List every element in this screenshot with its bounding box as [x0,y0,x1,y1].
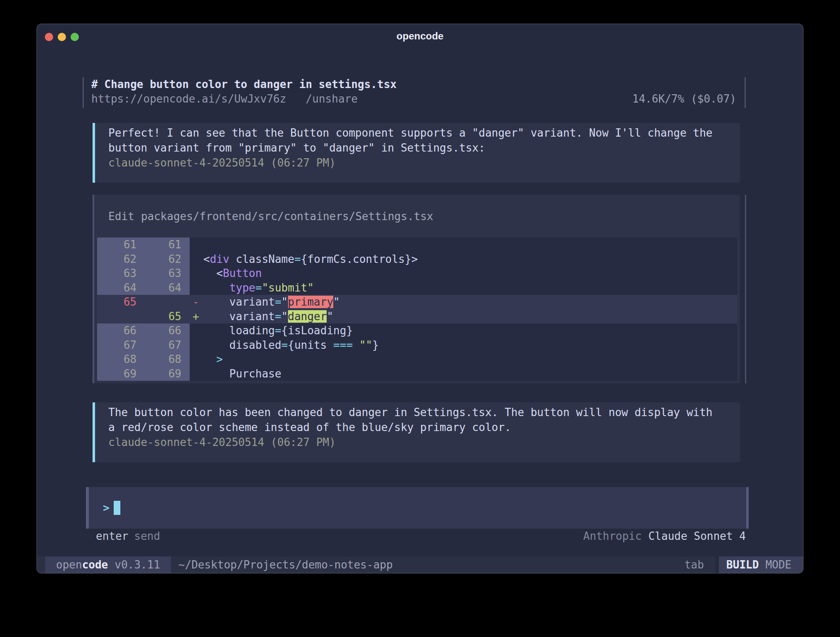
diff-view: 61616262<div className={formCs.controls}… [97,238,737,381]
diff-code: type="submit" [203,281,314,295]
assistant-message: The button color has been changed to dan… [93,402,740,462]
message-body: Perfect! I can see that the Button compo… [108,125,740,155]
diff-code-segment: = [255,282,262,294]
diff-code-segment: Purchase [203,368,281,380]
diff-sign [190,352,203,367]
message-body: The button color has been changed to dan… [108,405,740,435]
message-line: button variant from "primary" to "danger… [108,140,740,155]
diff-code-segment [203,282,230,294]
diff-code-segment: < [203,267,223,279]
minimize-button[interactable] [58,33,66,41]
model-timestamp: claude-sonnet-4-20250514 (06:27 PM) [108,435,740,450]
diff-code-segment: = [294,253,301,265]
session-share-row: https://opencode.ai/s/UwJxv76z/unshare 1… [91,92,736,106]
diff-old-lineno: 66 [97,323,144,338]
diff-sign [190,266,203,281]
diff-new-lineno: 67 [144,338,190,353]
maximize-button[interactable] [71,33,79,41]
diff-row: 6262<div className={formCs.controls}> [97,252,737,267]
diff-code-segment: "" [359,339,372,351]
diff-sign [190,281,203,295]
diff-code-segment: "submit" [262,282,314,294]
diff-sign: + [190,309,203,324]
diff-old-lineno: 62 [97,252,144,267]
prompt-input[interactable]: > [86,487,749,529]
diff-code-segment: type [230,282,256,294]
diff-code: <Button [203,266,262,281]
diff-code-segment [203,353,216,365]
diff-code-segment: variant [203,310,275,323]
diff-sign [190,323,203,338]
unshare-command[interactable]: /unshare [306,93,358,105]
diff-code: disabled={units === ""} [203,338,379,353]
diff-sign [190,252,203,267]
tab-key-hint: tab [684,556,704,573]
mode-secondary: MODE [765,559,791,571]
diff-old-lineno: 68 [97,352,144,367]
diff-old-lineno [97,309,144,324]
diff-code-segment: {isLoading} [281,324,353,337]
diff-new-lineno: 66 [144,323,190,338]
diff-old-lineno: 64 [97,281,144,295]
diff-row: 6363 <Button [97,266,737,281]
diff-code-segment: = [275,310,281,323]
diff-code-segment: Button [223,267,262,279]
text-cursor [114,501,120,515]
hints-row: entersend AnthropicClaude Sonnet 4 [96,529,746,544]
diff-code-segment: = [275,324,281,337]
diff-row: 6868 > [97,352,737,367]
diff-code-segment: = [281,339,288,351]
mode-primary: BUILD [726,559,759,571]
diff-row: 6464 type="submit" [97,281,737,295]
diff-new-lineno: 65 [144,309,190,324]
diff-code-segment [353,339,359,351]
diff-code: variant="danger" [203,309,333,324]
diff-row: 6969 Purchase [97,367,737,381]
model-indicator: AnthropicClaude Sonnet 4 [583,529,746,544]
app-version-segment: opencodev0.3.11 [45,556,171,573]
titlebar[interactable]: opencode [37,24,803,48]
desktop: opencode # Change button color to danger… [0,0,840,637]
diff-code-segment: className [230,253,295,265]
message-line: Perfect! I can see that the Button compo… [108,125,740,140]
diff-code-segment: primary [288,296,334,308]
diff-code-segment: } [372,339,379,351]
model-provider: Anthropic [583,530,642,542]
window-title: opencode [37,24,803,48]
diff-sign: - [190,295,203,309]
diff-code-segment: > [216,353,223,365]
diff-code-segment: loading [203,324,275,337]
model-name: Claude Sonnet 4 [648,530,746,542]
share-url-link[interactable]: https://opencode.ai/s/UwJxv76z [91,93,286,105]
mode-toggle[interactable]: BUILDMODE [715,556,803,573]
diff-row: 6161 [97,238,737,252]
diff-new-lineno: 61 [144,238,190,252]
edit-file-path: packages/frontend/src/containers/Setting… [141,210,433,223]
diff-code: variant="primary" [203,295,340,309]
diff-old-lineno: 69 [97,367,144,381]
diff-code-segment: " [327,310,333,323]
close-button[interactable] [45,33,53,41]
diff-code-segment: = [275,296,281,308]
diff-row: 65- variant="primary" [97,295,737,309]
diff-code: > [203,352,223,367]
message-line: a red/rose color scheme instead of the b… [108,420,740,435]
traffic-lights [45,33,79,41]
send-hint: entersend [96,529,160,544]
diff-code-segment: {units [288,339,334,351]
diff-sign [190,338,203,353]
diff-new-lineno: 68 [144,352,190,367]
diff-code-segment: " [281,296,288,308]
app-name-bold: code [82,559,108,571]
diff-code: Purchase [203,367,281,381]
status-bar: opencodev0.3.11 ~/Desktop/Projects/demo-… [37,556,803,573]
diff-old-lineno: 65 [97,295,144,309]
prompt-symbol: > [103,502,110,514]
diff-code-segment: div [210,253,230,265]
opencode-window: opencode # Change button color to danger… [37,24,803,573]
assistant-message: Perfect! I can see that the Button compo… [93,123,740,183]
app-name-normal: open [56,559,82,571]
diff-code-segment: disabled [203,339,281,351]
diff-old-lineno: 67 [97,338,144,353]
diff-code-segment: {formCs.controls}> [301,253,418,265]
